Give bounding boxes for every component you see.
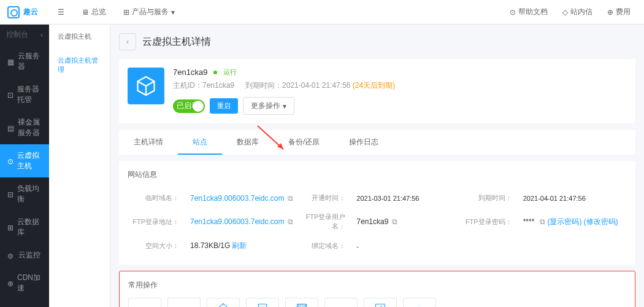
sidebar-item-6[interactable]: ⊚云监控: [0, 244, 49, 266]
nav-overview[interactable]: 🖥 总览: [74, 3, 113, 21]
host-name: 7en1cka9: [173, 68, 207, 77]
nav-products[interactable]: ⊞ 产品与服务 ▾: [116, 3, 182, 21]
temp-domain[interactable]: 7en1cka9.006003.7eidc.com⧉: [190, 194, 294, 203]
sidebar-item-4[interactable]: ⊟负载均衡: [0, 177, 49, 211]
com-icon: .COM: [138, 305, 151, 308]
billing-link[interactable]: ⊕ 费用: [601, 3, 637, 21]
tab-3[interactable]: 备份/还原: [274, 130, 334, 155]
logo[interactable]: 趣云: [7, 6, 38, 18]
subnav-item-1[interactable]: 云虚拟主机管理: [49, 49, 110, 82]
messages-link[interactable]: ◇ 站内信: [556, 3, 599, 21]
back-button[interactable]: ‹: [119, 33, 136, 50]
copy-icon[interactable]: ⧉: [288, 194, 293, 203]
svg-rect-3: [258, 304, 266, 307]
sidebar-header: 控制台‹: [0, 25, 49, 45]
change-password[interactable]: (修改密码): [584, 217, 618, 226]
host-status: 运行: [223, 68, 237, 77]
refresh-space[interactable]: 刷新: [232, 241, 247, 250]
ftp-address[interactable]: 7en1cka9.006003.7eidc.com⧉: [190, 217, 294, 226]
tile-g1-7[interactable]: 流量统计: [403, 298, 436, 307]
home-icon: [217, 301, 230, 307]
folder-icon: [177, 305, 191, 308]
sidebar-item-2[interactable]: ▤裸金属服务器: [0, 111, 49, 144]
status-dot-icon: [213, 71, 217, 74]
sidebar: 控制台‹ ▦云服务器⊡服务器托管▤裸金属服务器⊙云虚拟主机⊟负载均衡⊞云数据库⊚…: [0, 25, 49, 307]
redirect-icon: [334, 305, 348, 308]
tile-g1-3[interactable]: 主机运行模式: [246, 298, 279, 307]
operations-panel: 常用操作 .COM域名绑定FTP管理默认首页设置主机运行模式404404错误页面…: [119, 271, 635, 307]
show-password[interactable]: (显示密码): [547, 217, 581, 226]
sidebar-item-3[interactable]: ⊙云虚拟主机: [0, 144, 49, 177]
page-title: 云虚拟主机详情: [142, 36, 211, 49]
sidebar-item-5[interactable]: ⊞云数据库: [0, 211, 49, 244]
tile-g1-5[interactable]: 301重定向: [324, 298, 358, 307]
tile-g1-6[interactable]: HTTP重定向: [364, 298, 397, 307]
help-link[interactable]: ⊙ 帮助文档: [504, 3, 554, 21]
tile-g1-0[interactable]: .COM域名绑定: [128, 298, 161, 307]
server-icon: [256, 301, 269, 307]
tab-4[interactable]: 操作日志: [334, 130, 393, 155]
redirect-icon: [374, 301, 387, 307]
tile-g1-4[interactable]: 404404错误页面: [285, 298, 318, 307]
err-icon: 404: [295, 301, 309, 307]
main-content: ‹ 云虚拟主机详情 7en1cka9 运行 主机ID：7en1cka9 到期时间…: [110, 25, 644, 307]
more-actions-button[interactable]: 更多操作▾: [243, 97, 294, 115]
subnav-item-0[interactable]: 云虚拟主机: [49, 25, 110, 49]
svg-text:404: 404: [297, 303, 307, 307]
sidebar-item-1[interactable]: ⊡服务器托管: [0, 78, 49, 111]
sidebar-item-8[interactable]: ⊘网站备案: [0, 300, 49, 307]
tab-1[interactable]: 站点: [178, 130, 222, 155]
copy-icon[interactable]: ⧉: [288, 217, 293, 226]
tile-g1-2[interactable]: 默认首页设置: [207, 298, 240, 307]
tile-g1-1[interactable]: FTP管理: [167, 298, 201, 307]
power-toggle[interactable]: 已启动: [173, 99, 205, 113]
reboot-button[interactable]: 重启: [210, 98, 238, 114]
tab-2[interactable]: 数据库: [222, 130, 274, 155]
sidebar-item-7[interactable]: ⊕CDN加速: [0, 266, 49, 300]
sidebar-item-0[interactable]: ▦云服务器: [0, 45, 49, 78]
tabs: 主机详情站点数据库备份/还原操作日志: [119, 130, 635, 155]
ftp-user: 7en1cka9⧉: [356, 217, 460, 226]
copy-icon[interactable]: ⧉: [392, 217, 397, 226]
chart-icon: [413, 305, 426, 308]
subnav: 云虚拟主机云虚拟主机管理: [49, 25, 110, 307]
host-header-card: 7en1cka9 运行 主机ID：7en1cka9 到期时间：2021-04-0…: [119, 59, 635, 123]
svg-rect-9: [376, 304, 385, 307]
tab-0[interactable]: 主机详情: [119, 130, 178, 155]
menu-toggle[interactable]: ☰: [50, 3, 72, 21]
site-info-panel: 网站信息 临时域名：7en1cka9.006003.7eidc.com⧉ 开通时…: [119, 161, 635, 265]
host-icon: [128, 68, 164, 104]
panel-title: 网站信息: [128, 169, 627, 180]
